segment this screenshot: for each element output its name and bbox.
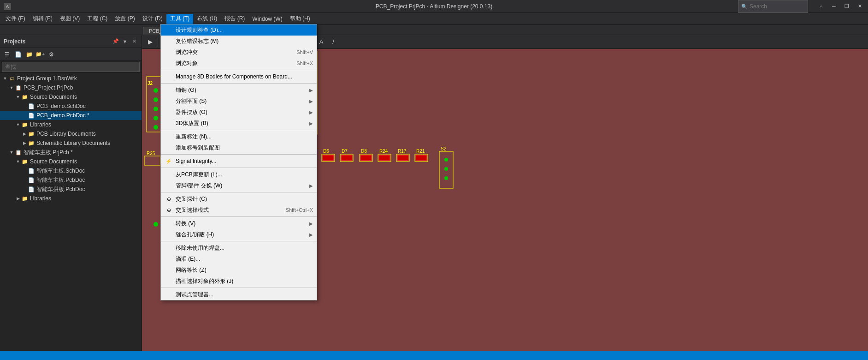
new-file-button[interactable]: 📄	[13, 50, 23, 59]
svg-rect-144	[397, 155, 408, 161]
ctx-item-place-components[interactable]: 器件摆放 (O) ▶	[161, 107, 317, 118]
projects-panel: Projects 📌 ▼ ✕ ☰ 📄 📁 📁+ ⚙ ▼ 🗂 Project Gr…	[0, 35, 142, 360]
menu-window[interactable]: Window (W)	[248, 14, 286, 24]
menu-edit[interactable]: 编辑 (E)	[29, 14, 56, 24]
sidebar-pin-button[interactable]: 📌	[112, 38, 119, 45]
pcb-tool-select[interactable]: ▶	[145, 36, 156, 48]
restore-button[interactable]: ❐	[842, 3, 851, 10]
menu-help[interactable]: 帮助 (H)	[286, 14, 314, 24]
tree-item-smart-car[interactable]: ▼ 📋 智能车主板.PrjPcb *	[0, 148, 142, 157]
svg-rect-132	[323, 155, 334, 161]
tree-item-sch-lib-docs[interactable]: ▶ 📁 Schematic Library Documents	[0, 138, 142, 148]
folder-icon: 📁	[28, 140, 35, 146]
ctx-item-re-annotate[interactable]: 重新标注 (N)...	[161, 131, 317, 142]
sidebar-menu-button[interactable]: ▼	[121, 38, 129, 45]
ctx-label-draw-outline: 描画选择对象的外形 (J)	[176, 277, 233, 285]
ctx-item-browse-conflicts[interactable]: 浏览冲突 Shift+V	[161, 47, 317, 58]
menu-route[interactable]: 布线 (U)	[193, 14, 221, 24]
ctx-label-footprint-exchange: 管脚/部件 交换 (W)	[176, 182, 222, 190]
sidebar-search-input[interactable]	[2, 62, 140, 72]
no-icon	[165, 108, 173, 116]
ctx-item-pour-copper[interactable]: 铺铜 (G) ▶	[161, 84, 317, 96]
source-docs-2-label: Source Documents	[30, 158, 77, 165]
ctx-item-net-length[interactable]: 网络等长 (Z)	[161, 264, 317, 276]
ctx-label-split-plane: 分割平面 (S)	[176, 97, 207, 105]
expand-arrow: ▼	[8, 150, 15, 155]
ctx-item-cross-probe[interactable]: ⊕ 交叉探针 (C)	[161, 193, 317, 204]
ctx-item-manage-3d[interactable]: Manage 3D Bodies for Components on Board…	[161, 71, 317, 82]
close-button[interactable]: ✕	[855, 3, 864, 10]
ctx-item-remove-unused-pads[interactable]: 移除未使用的焊盘...	[161, 242, 317, 253]
cross-select-icon: ⊕	[165, 206, 173, 214]
smart-pcb-label: 智能车主板.PcbDoc	[36, 176, 85, 184]
ctx-item-teardrops[interactable]: 滴泪 (E)...	[161, 253, 317, 264]
svg-text:R25: R25	[147, 151, 155, 156]
ctx-arrow: ▶	[309, 121, 313, 126]
expand-arrow: ▼	[15, 95, 21, 99]
sidebar-header: Projects 📌 ▼ ✕	[0, 35, 142, 48]
ctx-item-split-plane[interactable]: 分割平面 (S) ▶	[161, 96, 317, 107]
menubar: 文件 (F) 编辑 (E) 视图 (V) 工程 (C) 放置 (P) 设计 (D…	[0, 13, 868, 25]
tree-item-smart-sch[interactable]: ▶ 📄 智能车主板.SchDoc	[0, 166, 142, 175]
home-button[interactable]: ⌂	[816, 3, 826, 10]
ctx-label-signal-integrity: Signal Integrity...	[176, 158, 217, 164]
ctx-item-left: 分割平面 (S)	[165, 97, 207, 105]
ctx-item-left: 移除未使用的焊盘...	[165, 244, 224, 252]
expand-arrow: ▼	[15, 122, 21, 127]
tree-item-libraries-2[interactable]: ▶ 📁 Libraries	[0, 194, 142, 203]
pcb-tool-line[interactable]: /	[328, 36, 339, 48]
new-button[interactable]: ☰	[2, 50, 12, 59]
ctx-item-reset-errors[interactable]: 复位错误标志 (M)	[161, 36, 317, 47]
ctx-sep-2	[161, 83, 317, 84]
tree-item-smart-pcb-tile[interactable]: ▶ 📄 智能车拼版.PcbDoc	[0, 185, 142, 194]
ctx-item-browse-objects[interactable]: 浏览对象 Shift+X	[161, 58, 317, 69]
tree-item-libraries-1[interactable]: ▼ 📁 Libraries	[0, 120, 142, 129]
ctx-item-draw-outline[interactable]: 描画选择对象的外形 (J)	[161, 276, 317, 287]
ctx-item-update-from-lib[interactable]: 从PCB库更新 (L)...	[161, 169, 317, 180]
menu-view[interactable]: 视图 (V)	[56, 14, 83, 24]
pcb-project-label: PCB_Project.PrjPcb	[24, 84, 73, 91]
sidebar-close-button[interactable]: ✕	[130, 38, 138, 45]
tree-item-pcb-demo-pcbdoc[interactable]: ▶ 📄 PCB_demo.PcbDoc *	[0, 111, 142, 120]
pcb-tool-text[interactable]: A	[316, 36, 327, 48]
add-folder-button[interactable]: 📁+	[35, 50, 45, 59]
tree-item-source-docs-2[interactable]: ▼ 📁 Source Documents	[0, 157, 142, 166]
smart-car-label: 智能车主板.PrjPcb *	[24, 149, 73, 156]
menu-place[interactable]: 放置 (P)	[111, 14, 138, 24]
ctx-item-signal-integrity[interactable]: ⚡ Signal Integrity...	[161, 156, 317, 167]
sidebar-controls: 📌 ▼ ✕	[112, 38, 138, 45]
minimize-button[interactable]: ─	[829, 3, 838, 10]
tree-item-pcb-demo-sch[interactable]: ▶ 📄 PCB_demo.SchDoc	[0, 102, 142, 111]
tree-item-smart-pcb[interactable]: ▶ 📄 智能车主板.PcbDoc	[0, 175, 142, 185]
pcb-file-icon: 📄	[28, 112, 35, 119]
ctx-item-add-anno[interactable]: 添加标号到装配图	[161, 142, 317, 153]
ctx-item-convert[interactable]: 转换 (V) ▶	[161, 218, 317, 229]
no-icon	[165, 119, 173, 127]
tree-item-pcb-lib-docs[interactable]: ▶ 📁 PCB Library Documents	[0, 129, 142, 138]
ctx-item-slot-shield[interactable]: 缝合孔/屏蔽 (H) ▶	[161, 229, 317, 240]
svg-point-151	[444, 167, 448, 171]
tree-item-pcb-project[interactable]: ▼ 📋 PCB_Project.PrjPcb	[0, 83, 142, 92]
ctx-item-drc[interactable]: ✓ 设计规则检查 (D)...	[161, 24, 317, 36]
tree-item-project-group[interactable]: ▼ 🗂 Project Group 1.DsnWrk	[0, 74, 142, 83]
settings-button[interactable]: ⚙	[46, 50, 56, 59]
ctx-item-left: 描画选择对象的外形 (J)	[165, 277, 233, 285]
menu-file[interactable]: 文件 (F)	[2, 14, 29, 24]
ctx-item-cross-select[interactable]: ⊕ 交叉选择模式 Shift+Ctrl+X	[161, 204, 317, 216]
svg-text:R17: R17	[398, 149, 407, 154]
ctx-item-test-point-mgr[interactable]: 测试点管理器...	[161, 289, 317, 300]
ctx-label-teardrops: 滴泪 (E)...	[176, 255, 200, 263]
ctx-item-left: 测试点管理器...	[165, 290, 213, 299]
menu-design[interactable]: 设计 (D)	[139, 14, 166, 24]
ctx-item-place-3d[interactable]: 3D体放置 (B) ▶	[161, 118, 317, 129]
open-folder-button[interactable]: 📁	[24, 50, 34, 59]
menu-project[interactable]: 工程 (C)	[83, 14, 111, 24]
menu-reports[interactable]: 报告 (R)	[221, 14, 248, 24]
menu-tools[interactable]: 工具 (T)	[166, 14, 194, 24]
ctx-item-footprint-exchange[interactable]: 管脚/部件 交换 (W) ▶	[161, 180, 317, 191]
search-input[interactable]	[750, 3, 805, 10]
no-icon	[165, 132, 173, 141]
ctx-sep-8	[161, 241, 317, 241]
tree-item-source-docs-1[interactable]: ▼ 📁 Source Documents	[0, 92, 142, 102]
ctx-arrow: ▶	[309, 232, 313, 237]
